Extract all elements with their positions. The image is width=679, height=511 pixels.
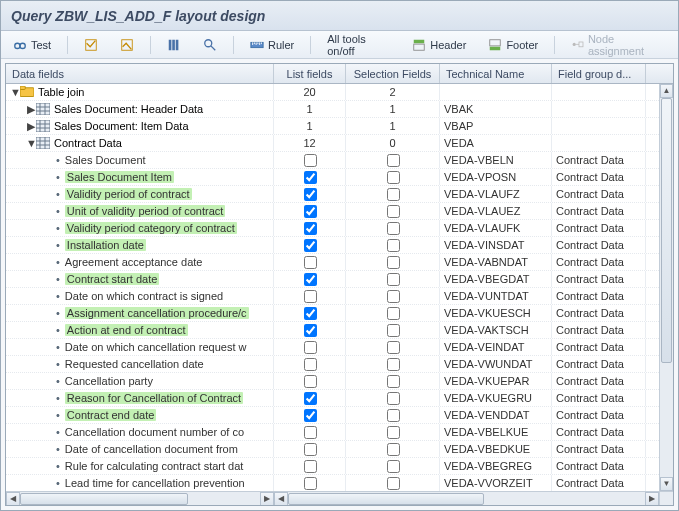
list-checkbox[interactable] bbox=[304, 205, 317, 218]
tree-field-row[interactable]: •Sales Document ItemVEDA-VPOSNContract D… bbox=[6, 169, 659, 186]
tree-field-row[interactable]: •Contract start dateVEDA-VBEGDATContract… bbox=[6, 271, 659, 288]
find-button[interactable] bbox=[199, 36, 221, 54]
selection-checkbox[interactable] bbox=[387, 205, 400, 218]
vertical-scrollbar[interactable]: ▲ ▼ bbox=[659, 84, 673, 491]
selection-checkbox[interactable] bbox=[387, 341, 400, 354]
collapse-all-button[interactable] bbox=[80, 36, 102, 54]
tree-field-row[interactable]: •Unit of validity period of contractVEDA… bbox=[6, 203, 659, 220]
hscroll-thumb[interactable] bbox=[20, 493, 188, 505]
selection-checkbox[interactable] bbox=[387, 154, 400, 167]
tree-field-row[interactable]: •Date of cancellation document fromVEDA-… bbox=[6, 441, 659, 458]
selection-checkbox[interactable] bbox=[387, 273, 400, 286]
list-checkbox[interactable] bbox=[304, 273, 317, 286]
selection-checkbox[interactable] bbox=[387, 460, 400, 473]
tree-field-row[interactable]: •Validity period category of contractVED… bbox=[6, 220, 659, 237]
tree-field-row[interactable]: •Contract end dateVEDA-VENDDATContract D… bbox=[6, 407, 659, 424]
columns-button[interactable] bbox=[163, 36, 185, 54]
scroll-right-button[interactable]: ▶ bbox=[645, 492, 659, 506]
list-checkbox[interactable] bbox=[304, 426, 317, 439]
alltools-button[interactable]: All tools on/off bbox=[323, 31, 394, 59]
header-listfields[interactable]: List fields bbox=[274, 64, 346, 83]
tree-field-row[interactable]: •Requested cancellation dateVEDA-VWUNDAT… bbox=[6, 356, 659, 373]
list-checkbox[interactable] bbox=[304, 324, 317, 337]
hscroll-track[interactable] bbox=[288, 492, 645, 506]
header-button[interactable]: Header bbox=[408, 36, 470, 54]
header-selectionfields[interactable]: Selection Fields bbox=[346, 64, 440, 83]
list-checkbox[interactable] bbox=[304, 375, 317, 388]
header-technicalname[interactable]: Technical Name bbox=[440, 64, 552, 83]
header-fieldgroup[interactable]: Field group d... bbox=[552, 64, 646, 83]
list-checkbox[interactable] bbox=[304, 341, 317, 354]
tree-field-row[interactable]: •Assignment cancellation procedure/cVEDA… bbox=[6, 305, 659, 322]
test-label: Test bbox=[31, 39, 51, 51]
scroll-left-button[interactable]: ◀ bbox=[6, 492, 20, 506]
scroll-left-button[interactable]: ◀ bbox=[274, 492, 288, 506]
selection-checkbox[interactable] bbox=[387, 477, 400, 490]
scroll-right-button[interactable]: ▶ bbox=[260, 492, 274, 506]
list-checkbox[interactable] bbox=[304, 409, 317, 422]
list-checkbox[interactable] bbox=[304, 256, 317, 269]
list-checkbox[interactable] bbox=[304, 358, 317, 371]
selection-checkbox[interactable] bbox=[387, 222, 400, 235]
tree-table-row[interactable]: ▶Sales Document: Header Data11VBAK bbox=[6, 101, 659, 118]
test-button[interactable]: Test bbox=[9, 36, 55, 54]
hscroll-track[interactable] bbox=[20, 492, 260, 506]
tree-hscroll[interactable]: ◀ ▶ bbox=[6, 492, 274, 506]
tree-field-row[interactable]: •Cancellation document number of coVEDA-… bbox=[6, 424, 659, 441]
selection-checkbox[interactable] bbox=[387, 426, 400, 439]
list-checkbox[interactable] bbox=[304, 392, 317, 405]
tree-field-row[interactable]: •Rule for calculating contract start dat… bbox=[6, 458, 659, 475]
expand-toggle[interactable]: ▼ bbox=[26, 137, 36, 149]
footer-button[interactable]: Footer bbox=[484, 36, 542, 54]
tree-table-row[interactable]: ▶Sales Document: Item Data11VBAP bbox=[6, 118, 659, 135]
tree-field-row[interactable]: •Date on which cancellation request wVED… bbox=[6, 339, 659, 356]
expand-toggle[interactable]: ▶ bbox=[26, 120, 36, 133]
selection-checkbox[interactable] bbox=[387, 358, 400, 371]
list-checkbox[interactable] bbox=[304, 443, 317, 456]
list-checkbox[interactable] bbox=[304, 154, 317, 167]
list-checkbox[interactable] bbox=[304, 460, 317, 473]
selection-checkbox[interactable] bbox=[387, 324, 400, 337]
hscroll-thumb[interactable] bbox=[288, 493, 484, 505]
selection-checkbox[interactable] bbox=[387, 409, 400, 422]
expand-all-button[interactable] bbox=[116, 36, 138, 54]
list-checkbox[interactable] bbox=[304, 171, 317, 184]
selection-checkbox[interactable] bbox=[387, 239, 400, 252]
selection-checkbox[interactable] bbox=[387, 375, 400, 388]
vscroll-thumb[interactable] bbox=[661, 98, 672, 363]
vscroll-track[interactable] bbox=[660, 98, 673, 477]
tree-root-row[interactable]: ▼Table join202 bbox=[6, 84, 659, 101]
technical-name: VEDA-VENDDAT bbox=[440, 407, 552, 423]
tree-field-row[interactable]: •Lead time for cancellation preventionVE… bbox=[6, 475, 659, 491]
tree-field-row[interactable]: •Sales DocumentVEDA-VBELNContract Data bbox=[6, 152, 659, 169]
tree-field-row[interactable]: •Agreement acceptance dateVEDA-VABNDATCo… bbox=[6, 254, 659, 271]
cols-hscroll[interactable]: ◀ ▶ bbox=[274, 492, 659, 506]
list-checkbox[interactable] bbox=[304, 477, 317, 490]
expand-toggle[interactable]: ▼ bbox=[10, 86, 20, 98]
list-checkbox[interactable] bbox=[304, 307, 317, 320]
expand-toggle[interactable]: ▶ bbox=[26, 103, 36, 116]
tree-field-row[interactable]: •Validity period of contractVEDA-VLAUFZC… bbox=[6, 186, 659, 203]
tree-field-row[interactable]: •Action at end of contractVEDA-VAKTSCHCo… bbox=[6, 322, 659, 339]
scroll-down-button[interactable]: ▼ bbox=[660, 477, 673, 491]
tree-field-row[interactable]: •Reason for Cancellation of ContractVEDA… bbox=[6, 390, 659, 407]
selection-checkbox[interactable] bbox=[387, 290, 400, 303]
selection-checkbox[interactable] bbox=[387, 171, 400, 184]
header-datafields[interactable]: Data fields bbox=[6, 64, 274, 83]
tree-table-row[interactable]: ▼Contract Data120VEDA bbox=[6, 135, 659, 152]
list-checkbox[interactable] bbox=[304, 222, 317, 235]
selection-checkbox[interactable] bbox=[387, 256, 400, 269]
selection-checkbox[interactable] bbox=[387, 188, 400, 201]
selection-checkbox[interactable] bbox=[387, 307, 400, 320]
scroll-up-button[interactable]: ▲ bbox=[660, 84, 673, 98]
field-group: Contract Data bbox=[552, 305, 646, 321]
selection-checkbox[interactable] bbox=[387, 443, 400, 456]
tree-field-row[interactable]: •Cancellation partyVEDA-VKUEPARContract … bbox=[6, 373, 659, 390]
tree-field-row[interactable]: •Installation dateVEDA-VINSDATContract D… bbox=[6, 237, 659, 254]
list-checkbox[interactable] bbox=[304, 290, 317, 303]
tree-field-row[interactable]: •Date on which contract is signedVEDA-VU… bbox=[6, 288, 659, 305]
list-checkbox[interactable] bbox=[304, 239, 317, 252]
list-checkbox[interactable] bbox=[304, 188, 317, 201]
ruler-button[interactable]: Ruler bbox=[246, 36, 298, 54]
selection-checkbox[interactable] bbox=[387, 392, 400, 405]
